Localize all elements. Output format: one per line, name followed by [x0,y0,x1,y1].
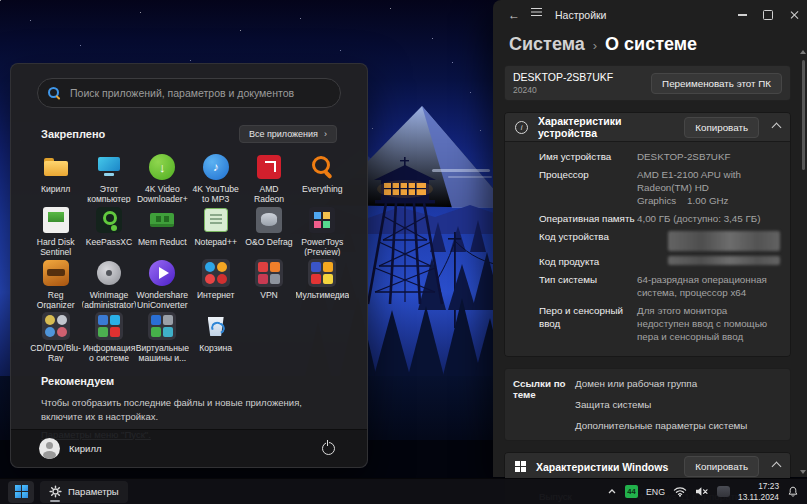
pinned-app[interactable]: PowerToys (Preview) [296,203,349,256]
pinned-app[interactable]: Этот компьютер [82,150,135,203]
related-links: Домен или рабочая группа Защита системы … [575,378,782,431]
spec-label: Имя устройства [539,150,637,163]
copy-device-specs-button[interactable]: Копировать [684,117,759,138]
pinned-app[interactable]: 4K Video Downloader+ [136,150,189,203]
app-icon [41,258,71,288]
device-name: DESKTOP-2SB7UKF [513,71,613,84]
windows-logo-icon [515,461,526,472]
user-account-button[interactable]: Кирилл [39,438,102,459]
spec-label: Код устройства [539,230,637,251]
spec-label: Процессор [539,168,637,208]
tray-chevron-up-icon[interactable] [607,487,617,496]
wifi-icon[interactable] [673,486,687,497]
breadcrumb: Система › О системе [493,30,807,63]
pinned-app[interactable]: WinImage (administrator) [82,256,135,309]
user-name: Кирилл [69,443,102,454]
taskbar-settings-label: Параметры [68,486,119,497]
app-label: Reg Organizer [29,290,82,309]
related-link[interactable]: Защита системы [575,399,651,410]
device-name-card: DESKTOP-2SB7UKF 20240 Переименовать этот… [504,65,791,101]
copy-windows-specs-button[interactable]: Копировать [684,456,759,477]
collapse-icon[interactable] [772,462,782,472]
scroll-down-arrow[interactable] [800,470,806,474]
pinned-app[interactable]: Reg Organizer [29,256,82,309]
running-indicator [50,500,60,502]
page-title: О системе [605,34,697,55]
app-icon [201,258,231,288]
minimize-icon [738,14,747,15]
scrollbar-thumb[interactable] [802,60,805,170]
device-subtext: 20240 [513,85,613,95]
search-input[interactable] [68,86,330,100]
start-button[interactable] [8,481,34,503]
device-specs-title: Характеристики устройства [538,115,674,139]
breadcrumb-system[interactable]: Система [509,34,585,55]
pinned-app[interactable]: 4K YouTube to MP3 [189,150,242,203]
gear-icon [49,485,62,498]
pinned-app[interactable]: AMD Radeon Software [242,150,295,203]
app-label: CD/DVD/Blu-Ray инструменты [29,343,82,362]
pinned-app[interactable]: Everything [296,150,349,203]
app-label: Мультимедиа [296,290,349,300]
tray-date: 13.11.2024 [738,492,779,502]
tray-app-icon[interactable] [717,486,730,497]
app-icon [254,205,284,235]
related-link[interactable]: Домен или рабочая группа [575,378,697,389]
pinned-app[interactable]: Hard Disk Sentinel [29,203,82,256]
app-label: Корзина [198,343,233,353]
notification-bell-icon[interactable] [787,486,799,498]
device-specs-header[interactable]: i Характеристики устройства Копировать [505,113,790,141]
pinned-app[interactable]: Виртуальные машины и... [136,309,189,362]
power-button[interactable] [317,438,339,460]
app-label: WinImage (administrator) [82,290,135,309]
taskbar-settings-button[interactable]: Параметры [40,481,128,503]
power-icon [322,442,335,455]
pinned-app[interactable]: KeePassXC [82,203,135,256]
pinned-app[interactable]: Mem Reduct [136,203,189,256]
all-apps-button[interactable]: Все приложения › [239,125,337,143]
back-button[interactable]: ← [503,8,525,22]
close-button[interactable] [781,0,807,30]
recommended-label: Рекомендуем [41,375,337,387]
device-specs-card: i Характеристики устройства Копировать И… [504,112,791,357]
spec-value: DESKTOP-2SB7UKF [637,150,780,163]
app-icon [41,152,71,182]
minimize-button[interactable] [729,0,755,30]
pinned-app[interactable]: Кирилл [29,150,82,203]
related-link[interactable]: Дополнительные параметры системы [575,420,747,431]
app-icon [254,258,284,288]
pinned-app[interactable]: Информация о системе [82,309,135,362]
scroll-up-arrow[interactable] [800,50,806,54]
spec-row: Имя устройства DESKTOP-2SB7UKF [539,150,780,163]
clock[interactable]: 17:23 13.11.2024 [738,481,779,502]
breadcrumb-separator: › [593,38,597,53]
language-indicator[interactable]: ENG [646,487,665,497]
pinned-app[interactable]: Интернет [189,256,242,309]
start-search[interactable] [37,78,341,108]
rename-pc-button[interactable]: Переименовать этот ПК [651,73,782,94]
volume-muted-icon[interactable] [695,486,709,497]
maximize-button[interactable] [755,0,781,30]
pinned-app[interactable]: Notepad++ [189,203,242,256]
tray-temp-badge[interactable]: 44 [625,485,638,498]
pinned-app[interactable]: VPN [242,256,295,309]
pinned-app[interactable]: Мультимедиа [296,256,349,309]
app-label: Hard Disk Sentinel [29,237,82,256]
pinned-app-grid: Кирилл Этот компьютер 4K Video Downloade… [29,150,349,362]
app-label: Mem Reduct [137,237,188,247]
app-label: Everything [301,184,344,194]
device-specs-body: Имя устройства DESKTOP-2SB7UKF Процессор… [505,141,790,356]
pinned-app[interactable]: Wondershare UniConverter [136,256,189,309]
settings-window: ← Настройки Система › О системе DESKTOP-… [493,0,807,477]
pinned-app[interactable]: Корзина [189,309,242,362]
pinned-app[interactable]: CD/DVD/Blu-Ray инструменты [29,309,82,362]
related-links-label: Ссылки по теме [513,378,575,431]
app-label: Notepad++ [193,237,238,247]
collapse-icon[interactable] [772,122,782,132]
app-label: AMD Radeon Software [242,184,295,203]
spec-row: Код продукта [539,255,780,268]
pinned-app[interactable]: O&O Defrag [242,203,295,256]
windows-specs-header[interactable]: Характеристики Windows Копировать [505,453,790,481]
spec-value: 64-разрядная операционная система, проце… [637,273,780,299]
tray-time: 17:23 [738,481,779,491]
